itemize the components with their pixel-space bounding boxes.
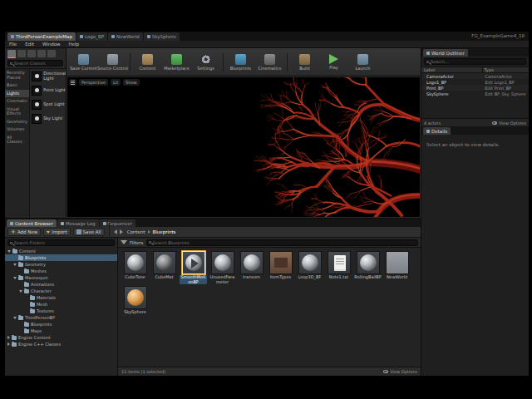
import-button[interactable]: Import <box>43 228 70 236</box>
foliage-mode-icon[interactable] <box>37 50 46 57</box>
category-all-classes[interactable]: All Classes <box>5 134 29 146</box>
expand-arrow-icon[interactable] <box>13 317 17 319</box>
paint-mode-icon[interactable] <box>17 50 26 57</box>
expand-arrow-icon[interactable] <box>13 277 17 279</box>
outliner-row-logo1-bp[interactable]: Logo1_BPEdit Logo1_BP <box>421 79 529 85</box>
folders-search[interactable] <box>7 239 115 246</box>
asset-cubemat[interactable]: CubeMat <box>150 251 178 284</box>
save-current-button[interactable]: Save Current <box>70 54 97 71</box>
viewport-show-menu[interactable]: Show <box>123 79 140 86</box>
tab-logo-bp[interactable]: Logo_BP <box>76 32 107 41</box>
outliner-row-print-bp[interactable]: Print_BPEdit Print_BP <box>421 85 529 91</box>
assets-view-options[interactable]: View Options <box>383 369 417 374</box>
tab-sequencer[interactable]: Sequencer <box>100 219 135 227</box>
expand-arrow-icon[interactable] <box>19 290 22 293</box>
outliner-row-skysphere[interactable]: SkySphereEdit BP_Sky_Sphere <box>421 91 529 96</box>
menu-item-file[interactable]: File <box>5 42 21 47</box>
category-basic[interactable]: Basic <box>5 81 29 90</box>
category-visual-effects[interactable]: Visual Effects <box>5 106 29 118</box>
assets-search[interactable] <box>146 239 419 246</box>
play-button[interactable]: Play <box>320 54 347 70</box>
menu-item-edit[interactable]: Edit <box>21 42 38 47</box>
placeable-spot-light[interactable]: Spot Light <box>30 97 66 111</box>
outliner-view-options[interactable]: View Options <box>492 121 526 126</box>
folder-mesh[interactable]: Mesh <box>5 301 117 308</box>
viewport-options-icon[interactable] <box>69 79 76 86</box>
asset-note1-txt[interactable]: Note1.txt <box>325 251 352 284</box>
column-label[interactable]: Label <box>421 67 483 72</box>
category-volumes[interactable]: Volumes <box>5 126 29 134</box>
blueprints-button[interactable]: Blueprints <box>227 54 254 71</box>
settings-button[interactable]: Settings <box>192 54 219 71</box>
folder-engine-c-classes[interactable]: Engine C++ Classes <box>5 341 117 347</box>
place-mode-icon[interactable] <box>7 50 16 57</box>
folder-blueprints[interactable]: Blueprints <box>5 254 117 261</box>
forward-icon[interactable] <box>120 229 123 234</box>
folder-engine-content[interactable]: Engine Content <box>5 334 117 341</box>
category-lights[interactable]: Lights <box>5 90 29 98</box>
add-new-button[interactable]: + Add New <box>7 228 41 236</box>
outliner-row-cameraactor[interactable]: CameraActorCameraActor <box>421 73 529 79</box>
outliner-search[interactable] <box>424 58 526 65</box>
tab-details[interactable]: Details <box>423 127 451 135</box>
tab-message-log[interactable]: Message Log <box>57 219 99 227</box>
menu-item-window[interactable]: Window <box>38 42 65 47</box>
placeable-directional-light[interactable]: Directional Light <box>30 69 66 83</box>
asset-loop3d-bp[interactable]: Loop3D_BP <box>296 251 323 284</box>
tab-newworld[interactable]: NewWorld <box>108 32 143 41</box>
tab-content-browser[interactable]: Content Browser <box>7 219 57 227</box>
category-cinematic[interactable]: Cinematic <box>5 97 29 106</box>
asset-itemtypes[interactable]: ItemTypes <box>267 251 294 284</box>
landscape-mode-icon[interactable] <box>27 50 36 57</box>
viewport-perspective-menu[interactable]: Perspective <box>79 79 108 86</box>
content-button[interactable]: Content <box>134 54 161 71</box>
back-icon[interactable] <box>114 229 117 234</box>
asset-unusedparameter[interactable]: UnusedParameter <box>209 251 236 284</box>
menu-item-help[interactable]: Help <box>65 42 84 47</box>
source-control-button[interactable]: Source Control <box>99 54 126 71</box>
filters-button[interactable]: Filters <box>130 240 144 245</box>
asset-newworld[interactable]: NewWorld <box>383 251 411 284</box>
expand-arrow-icon[interactable] <box>7 342 10 346</box>
folder-animations[interactable]: Animations <box>5 281 117 288</box>
marketplace-button[interactable]: Marketplace <box>163 54 190 71</box>
breadcrumb-blueprints[interactable]: Blueprints <box>153 229 176 234</box>
folder-meshes[interactable]: Meshes <box>5 268 117 274</box>
folder-thirdpersonbp[interactable]: ThirdPersonBP <box>5 314 117 321</box>
column-type[interactable]: Type <box>483 67 529 72</box>
tab-skysphere[interactable]: SkySphere <box>144 32 180 41</box>
modes-search[interactable] <box>7 60 63 66</box>
expand-arrow-icon[interactable] <box>13 264 17 266</box>
category-geometry[interactable]: Geometry <box>5 118 29 126</box>
level-viewport[interactable]: Perspective Lit Show <box>66 76 421 218</box>
category-recently-placed[interactable]: Recently Placed <box>5 69 29 81</box>
asset-skysphere[interactable]: SkySphere <box>121 286 149 315</box>
geometry-mode-icon[interactable] <box>47 50 56 57</box>
asset-smoothmotionbp[interactable]: SmoothMotionBP <box>180 251 207 284</box>
asset-rollingballbp[interactable]: RollingBallBP <box>354 251 382 284</box>
asset-transom[interactable]: transom <box>238 251 265 284</box>
expand-arrow-icon[interactable] <box>7 336 10 339</box>
folder-content[interactable]: Content <box>5 248 117 254</box>
folder-maps[interactable]: Maps <box>5 328 117 334</box>
outliner-search-input[interactable] <box>431 59 524 65</box>
filter-icon[interactable] <box>121 240 127 244</box>
folder-character[interactable]: Character <box>5 288 117 294</box>
expand-arrow-icon[interactable] <box>7 250 11 253</box>
cinematics-button[interactable]: Cinematics <box>256 54 283 71</box>
tab-world-outliner[interactable]: World Outliner <box>423 49 468 57</box>
folders-search-input[interactable] <box>14 240 112 246</box>
build-button[interactable]: Build <box>291 54 318 71</box>
folder-textures[interactable]: Textures <box>5 308 117 314</box>
launch-button[interactable]: Launch <box>349 54 377 71</box>
folder-geometry[interactable]: Geometry <box>5 261 117 268</box>
breadcrumb-content[interactable]: Content <box>127 229 145 234</box>
folder-blueprints[interactable]: Blueprints <box>5 321 117 328</box>
folder-mannequin[interactable]: Mannequin <box>5 274 117 281</box>
modes-search-input[interactable] <box>14 61 61 66</box>
viewport-lit-menu[interactable]: Lit <box>111 79 121 86</box>
placeable-sky-light[interactable]: Sky Light <box>30 111 66 126</box>
tab-thirdpersonexamplemap[interactable]: ThirdPersonExampleMap <box>7 32 76 41</box>
save-all-button[interactable]: Save All <box>73 228 105 236</box>
placeable-point-light[interactable]: Point Light <box>30 83 66 97</box>
